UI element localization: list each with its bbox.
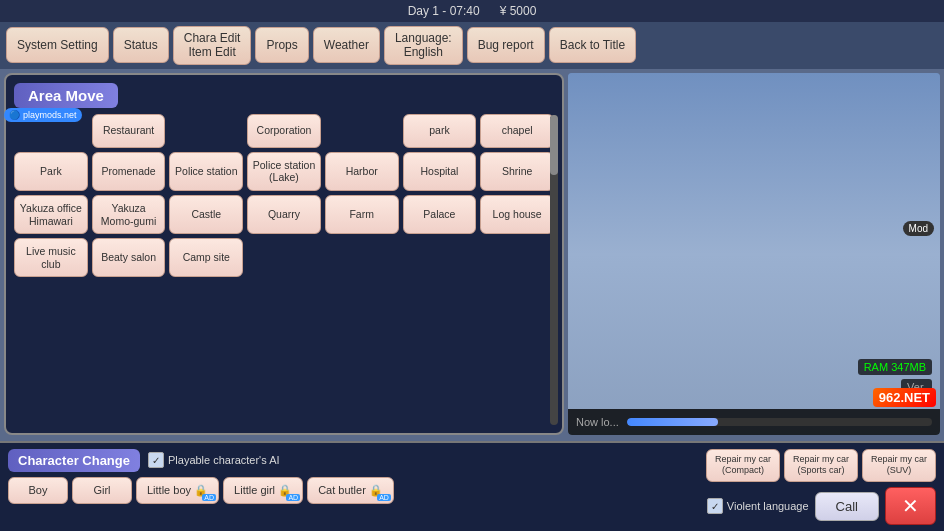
character-buttons-row: BoyGirlLittle boy 🔒ADLittle girl 🔒ADCat … bbox=[8, 477, 394, 504]
ai-label-text: Playable character's AI bbox=[168, 454, 280, 466]
nav-btn-chara-edit[interactable]: Chara Edit Item Edit bbox=[173, 26, 252, 65]
area-move-panel: Area Move RestaurantCorporationparkchape… bbox=[4, 73, 564, 435]
area-btn-18[interactable]: Farm bbox=[325, 195, 399, 234]
area-btn-17[interactable]: Quarry bbox=[247, 195, 321, 234]
area-btn-9[interactable]: Police station bbox=[169, 152, 243, 191]
nav-btn-back-to-title[interactable]: Back to Title bbox=[549, 27, 636, 63]
char-btn-little-girl[interactable]: Little girl 🔒AD bbox=[223, 477, 303, 504]
page: Day 1 - 07:40 ¥ 5000 System SettingStatu… bbox=[0, 0, 944, 531]
nav-btn-weather[interactable]: Weather bbox=[313, 27, 380, 63]
area-btn-6[interactable]: chapel bbox=[480, 114, 554, 148]
day-display: Day 1 - 07:40 bbox=[408, 4, 480, 18]
character-change-panel: Character Change ✓ Playable character's … bbox=[8, 449, 394, 504]
area-btn-14[interactable]: Yakuza office Himawari bbox=[14, 195, 88, 234]
ai-checkbox[interactable]: ✓ bbox=[148, 452, 164, 468]
loading-fill bbox=[627, 418, 719, 426]
nav-btn-status[interactable]: Status bbox=[113, 27, 169, 63]
area-btn-10[interactable]: Police station (Lake) bbox=[247, 152, 321, 191]
violent-language-label: Violent language bbox=[727, 500, 809, 512]
call-button[interactable]: Call bbox=[815, 492, 879, 521]
ai-checkbox-label: ✓ Playable character's AI bbox=[148, 452, 280, 468]
area-grid: RestaurantCorporationparkchapelParkProme… bbox=[14, 114, 554, 278]
area-btn-15[interactable]: Yakuza Momo-gumi bbox=[92, 195, 166, 234]
area-btn-22[interactable]: Beaty salon bbox=[92, 238, 166, 277]
area-btn-19[interactable]: Palace bbox=[403, 195, 477, 234]
nav-btn-props[interactable]: Props bbox=[255, 27, 308, 63]
now-loading-text: Now lo... bbox=[576, 416, 619, 428]
area-btn-12[interactable]: Hospital bbox=[403, 152, 477, 191]
area-btn-3[interactable]: Corporation bbox=[247, 114, 321, 148]
now-loading-bar: Now lo... bbox=[568, 409, 940, 435]
char-btn-cat-butler[interactable]: Cat butler 🔒AD bbox=[307, 477, 394, 504]
violent-language-checkbox[interactable]: ✓ bbox=[707, 498, 723, 514]
char-btn-boy[interactable]: Boy bbox=[8, 477, 68, 504]
currency-display: ¥ 5000 bbox=[500, 4, 537, 18]
repair-btn-suv[interactable]: Repair my car (SUV) bbox=[862, 449, 936, 482]
char-btn-girl[interactable]: Girl bbox=[72, 477, 132, 504]
bottom-section: Character Change ✓ Playable character's … bbox=[0, 441, 944, 531]
area-btn-1[interactable]: Restaurant bbox=[92, 114, 166, 148]
char-change-header: Character Change ✓ Playable character's … bbox=[8, 449, 394, 472]
nav-btn-bug-report[interactable]: Bug report bbox=[467, 27, 545, 63]
nav-btn-system-setting[interactable]: System Setting bbox=[6, 27, 109, 63]
area-btn-5[interactable]: park bbox=[403, 114, 477, 148]
nav-btn-language[interactable]: Language: English bbox=[384, 26, 463, 65]
top-info-bar: Day 1 - 07:40 ¥ 5000 bbox=[0, 0, 944, 22]
area-btn-16[interactable]: Castle bbox=[169, 195, 243, 234]
close-button[interactable]: ✕ bbox=[885, 487, 936, 525]
area-btn-2 bbox=[169, 114, 243, 148]
call-row: ✓ Violent language Call ✕ bbox=[706, 487, 936, 525]
area-btn-4 bbox=[325, 114, 399, 148]
962-watermark: 962.NET bbox=[873, 388, 936, 407]
area-btn-8[interactable]: Promenade bbox=[92, 152, 166, 191]
area-btn-13[interactable]: Shrine bbox=[480, 152, 554, 191]
nav-row: System SettingStatusChara Edit Item Edit… bbox=[0, 22, 944, 69]
area-btn-7[interactable]: Park bbox=[14, 152, 88, 191]
area-btn-21[interactable]: Live music club bbox=[14, 238, 88, 277]
game-area: Mod RAM 347MB Ver. Now lo... 962.NET bbox=[568, 73, 940, 435]
area-btn-11[interactable]: Harbor bbox=[325, 152, 399, 191]
loading-bar bbox=[627, 418, 932, 426]
character-change-button[interactable]: Character Change bbox=[8, 449, 140, 472]
scrollbar-track[interactable] bbox=[550, 115, 558, 425]
area-btn-20[interactable]: Log house bbox=[480, 195, 554, 234]
char-btn-little-boy[interactable]: Little boy 🔒AD bbox=[136, 477, 219, 504]
bottom-right-panel: Repair my car (Compact)Repair my car (Sp… bbox=[706, 449, 936, 525]
playmods-watermark: 🔵 playmods.net bbox=[4, 108, 82, 122]
repair-btn-compact[interactable]: Repair my car (Compact) bbox=[706, 449, 780, 482]
repair-btn-sports[interactable]: Repair my car (Sports car) bbox=[784, 449, 858, 482]
mod-watermark: Mod bbox=[903, 221, 934, 236]
ram-badge: RAM 347MB bbox=[858, 359, 932, 375]
violent-language-row: ✓ Violent language bbox=[707, 498, 809, 514]
area-move-title: Area Move bbox=[14, 83, 118, 108]
scrollbar-thumb[interactable] bbox=[550, 115, 558, 175]
game-background bbox=[568, 73, 940, 435]
area-btn-23[interactable]: Camp site bbox=[169, 238, 243, 277]
repair-buttons-row: Repair my car (Compact)Repair my car (Sp… bbox=[706, 449, 936, 482]
